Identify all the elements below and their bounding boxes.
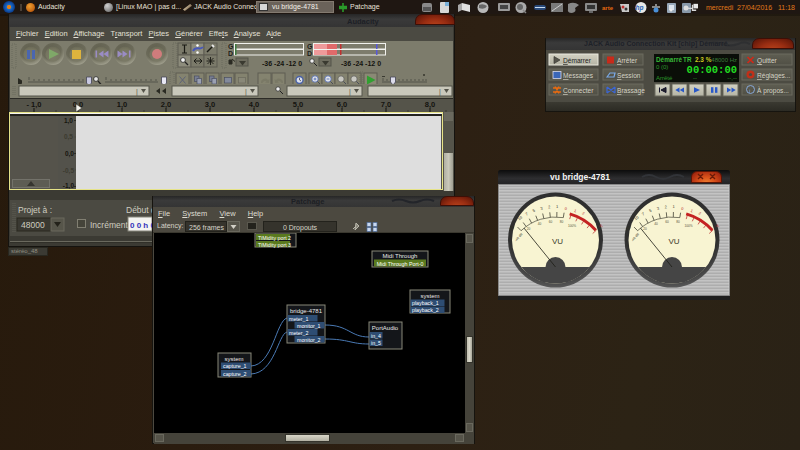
svg-text:capture_1: capture_1: [223, 363, 247, 369]
svg-text:3,0: 3,0: [205, 100, 215, 109]
svg-text:Midi Through Port-0: Midi Through Port-0: [377, 261, 424, 267]
svg-text:G: G: [228, 43, 234, 50]
svg-text:system: system: [224, 356, 243, 362]
svg-text:arte: arte: [602, 5, 614, 11]
svg-text:0 (0): 0 (0): [656, 64, 668, 70]
svg-text:meter_2: meter_2: [289, 330, 308, 336]
svg-text:Quitter: Quitter: [757, 57, 778, 65]
svg-text:in_5: in_5: [371, 340, 381, 346]
svg-text:|: |: [245, 88, 247, 96]
svg-text:Midi Through: Midi Through: [383, 253, 418, 259]
svg-text:--: --: [693, 75, 697, 81]
svg-text:7,0: 7,0: [381, 100, 391, 109]
svg-text:4,0: 4,0: [249, 100, 259, 109]
svg-text:8,0: 8,0: [425, 100, 435, 109]
svg-text:Démarrer: Démarrer: [563, 57, 592, 64]
svg-text:1,0: 1,0: [64, 117, 73, 125]
svg-text:0,0: 0,0: [65, 150, 74, 158]
svg-text:i: i: [749, 88, 750, 94]
svg-text:TR: TR: [683, 56, 692, 63]
svg-text:TiMidity port 2: TiMidity port 2: [258, 235, 291, 241]
svg-text:Arrêter: Arrêter: [617, 57, 638, 64]
svg-text:0,5: 0,5: [64, 133, 73, 141]
svg-text:Démarré: Démarré: [656, 56, 682, 63]
svg-text:-0,5: -0,5: [63, 167, 75, 175]
svg-text:PortAudio: PortAudio: [372, 325, 399, 331]
svg-text:meter_1: meter_1: [289, 316, 308, 322]
svg-text:D: D: [307, 50, 312, 57]
svg-text:Session: Session: [617, 72, 641, 79]
svg-text:D: D: [228, 50, 233, 57]
svg-text:monitor_1: monitor_1: [297, 323, 321, 329]
svg-text:48000: 48000: [21, 220, 45, 230]
svg-text:in_4: in_4: [371, 333, 381, 339]
svg-text:6,0: 6,0: [337, 100, 347, 109]
svg-text:Réglages...: Réglages...: [757, 72, 791, 80]
svg-text:-36 -24 -12 0: -36 -24 -12 0: [341, 60, 381, 67]
svg-text:Connecter: Connecter: [563, 87, 594, 94]
svg-text:TiMidity port 3: TiMidity port 3: [258, 242, 291, 248]
svg-text:|: |: [349, 88, 351, 96]
svg-text:system: system: [420, 293, 439, 299]
svg-text:|: |: [439, 88, 441, 96]
svg-text:48000 Hz: 48000 Hz: [711, 57, 737, 63]
svg-text:-36 -24 -12 0: -36 -24 -12 0: [262, 60, 302, 67]
svg-text:1,0: 1,0: [117, 100, 127, 109]
svg-text:bridge-4781: bridge-4781: [290, 308, 323, 314]
svg-text:Arrêté: Arrêté: [656, 75, 673, 81]
svg-text:2,0: 2,0: [161, 100, 171, 109]
svg-text:- 1,0: - 1,0: [26, 100, 41, 109]
svg-text:--,--: --,--: [727, 75, 737, 81]
svg-text:2.3 %: 2.3 %: [695, 56, 712, 63]
svg-text:-1,0: -1,0: [63, 182, 75, 189]
svg-text:À propos...: À propos...: [757, 86, 789, 95]
svg-text:Brassage: Brassage: [617, 87, 645, 95]
svg-text:hp: hp: [636, 4, 644, 12]
svg-text:|: |: [136, 88, 138, 96]
svg-text:Messages: Messages: [563, 72, 594, 80]
svg-text:5,0: 5,0: [293, 100, 303, 109]
svg-text:G: G: [307, 43, 313, 50]
svg-text:playback_2: playback_2: [412, 307, 439, 313]
svg-text:capture_2: capture_2: [223, 371, 247, 377]
svg-text:playback_1: playback_1: [412, 300, 439, 306]
svg-text:monitor_2: monitor_2: [297, 337, 321, 343]
svg-text:Projet à :: Projet à :: [18, 205, 52, 215]
